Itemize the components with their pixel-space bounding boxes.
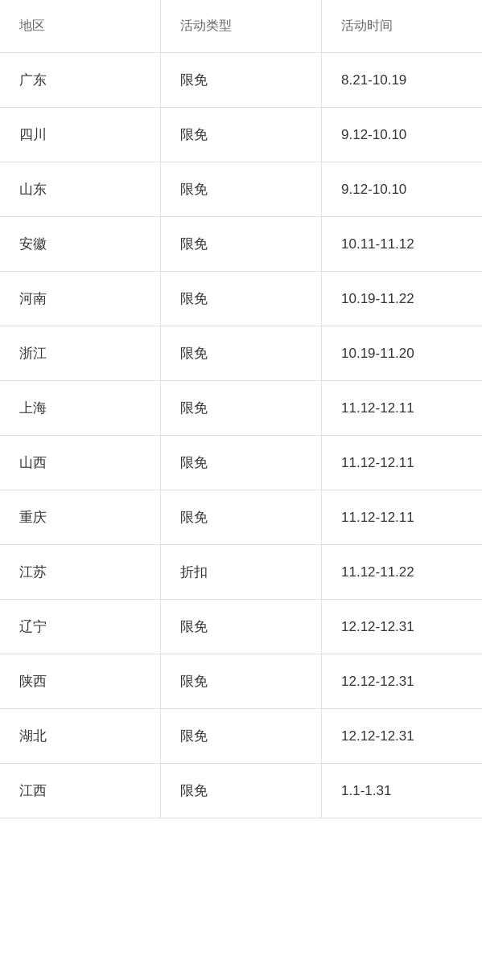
cell-time: 12.12-12.31 [322, 711, 482, 762]
cell-type: 限免 [161, 436, 322, 490]
cell-region: 广东 [0, 53, 161, 107]
table-row: 重庆限免11.12-12.11 [0, 490, 482, 545]
table-row: 山东限免9.12-10.10 [0, 162, 482, 217]
header-type: 活动类型 [161, 0, 322, 52]
cell-time: 11.12-12.11 [322, 383, 482, 434]
cell-region: 重庆 [0, 490, 161, 544]
cell-type: 限免 [161, 217, 322, 271]
cell-type: 限免 [161, 381, 322, 435]
cell-region: 山东 [0, 162, 161, 216]
cell-time: 10.19-11.22 [322, 273, 482, 325]
cell-time: 12.12-12.31 [322, 601, 482, 653]
cell-type: 限免 [161, 709, 322, 763]
cell-region: 浙江 [0, 326, 161, 380]
cell-type: 限免 [161, 108, 322, 162]
cell-region: 江苏 [0, 545, 161, 599]
table-row: 辽宁限免12.12-12.31 [0, 600, 482, 654]
cell-type: 限免 [161, 764, 322, 818]
cell-region: 江西 [0, 764, 161, 818]
table-row: 山西限免11.12-12.11 [0, 436, 482, 490]
cell-time: 10.19-11.20 [322, 328, 482, 379]
cell-type: 限免 [161, 600, 322, 654]
cell-region: 上海 [0, 381, 161, 435]
cell-time: 9.12-10.10 [322, 109, 482, 161]
cell-region: 陕西 [0, 654, 161, 708]
table-row: 河南限免10.19-11.22 [0, 272, 482, 326]
cell-time: 12.12-12.31 [322, 656, 482, 707]
cell-time: 10.11-11.12 [322, 219, 482, 270]
cell-time: 11.12-11.22 [322, 547, 482, 598]
table-row: 湖北限免12.12-12.31 [0, 709, 482, 764]
table-row: 四川限免9.12-10.10 [0, 108, 482, 162]
cell-time: 8.21-10.19 [322, 55, 482, 106]
cell-type: 限免 [161, 272, 322, 326]
cell-type: 限免 [161, 162, 322, 216]
cell-type: 限免 [161, 654, 322, 708]
cell-region: 河南 [0, 272, 161, 326]
cell-time: 1.1-1.31 [322, 765, 482, 817]
cell-time: 11.12-12.11 [322, 437, 482, 489]
table-row: 安徽限免10.11-11.12 [0, 217, 482, 272]
cell-type: 折扣 [161, 545, 322, 599]
table-row: 广东限免8.21-10.19 [0, 53, 482, 108]
cell-type: 限免 [161, 326, 322, 380]
cell-region: 山西 [0, 436, 161, 490]
header-time: 活动时间 [322, 0, 482, 52]
table-header: 地区 活动类型 活动时间 [0, 0, 482, 53]
cell-time: 11.12-12.11 [322, 492, 482, 543]
cell-region: 湖北 [0, 709, 161, 763]
cell-type: 限免 [161, 53, 322, 107]
cell-region: 安徽 [0, 217, 161, 271]
cell-region: 四川 [0, 108, 161, 162]
header-region: 地区 [0, 0, 161, 52]
cell-type: 限免 [161, 490, 322, 544]
table-row: 陕西限免12.12-12.31 [0, 654, 482, 709]
table-row: 江苏折扣11.12-11.22 [0, 545, 482, 600]
table-row: 江西限免1.1-1.31 [0, 764, 482, 818]
cell-time: 9.12-10.10 [322, 164, 482, 215]
cell-region: 辽宁 [0, 600, 161, 654]
table-row: 上海限免11.12-12.11 [0, 381, 482, 436]
table-row: 浙江限免10.19-11.20 [0, 326, 482, 381]
activity-table: 地区 活动类型 活动时间 广东限免8.21-10.19四川限免9.12-10.1… [0, 0, 482, 818]
